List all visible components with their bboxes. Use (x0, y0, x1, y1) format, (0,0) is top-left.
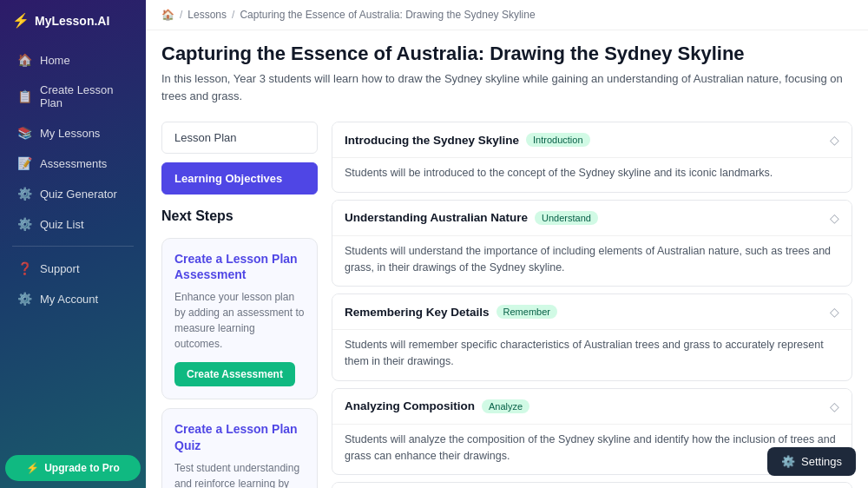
sidebar-item-label: Assessments (40, 157, 107, 170)
objective-header-obj-5[interactable]: Evaluating Individual DrawingsEvaluate◇ (332, 483, 852, 488)
learning-objectives-nav-button[interactable]: Learning Objectives (161, 162, 318, 195)
objective-badge-obj-3: Remember (496, 305, 557, 319)
upgrade-label: Upgrade to Pro (44, 462, 120, 474)
content-area: Lesson Plan Learning Objectives Next Ste… (146, 113, 868, 488)
objectives-panel: Introducing the Sydney SkylineIntroducti… (332, 113, 852, 488)
sidebar-item-assessments[interactable]: 📝 Assessments (5, 148, 141, 178)
sidebar-logo: ⚡ MyLesson.AI (0, 0, 146, 41)
sidebar-item-create-lesson-plan[interactable]: 📋 Create Lesson Plan (5, 76, 141, 117)
my-lessons-icon: 📚 (17, 126, 32, 140)
sidebar-item-label: Support (40, 262, 80, 275)
settings-button[interactable]: ⚙️ Settings (767, 447, 856, 476)
create-quiz-card-title: Create a Lesson Plan Quiz (174, 421, 305, 452)
create-lesson-plan-icon: 📋 (17, 89, 32, 103)
breadcrumb-current: Capturing the Essence of Australia: Draw… (240, 9, 535, 21)
objective-header-obj-4[interactable]: Analyzing CompositionAnalyze◇ (332, 389, 852, 424)
breadcrumb-lessons[interactable]: Lessons (187, 9, 227, 21)
left-panel: Lesson Plan Learning Objectives Next Ste… (161, 113, 318, 488)
objective-title-obj-4: Analyzing CompositionAnalyze (345, 399, 529, 413)
next-steps-title: Next Steps (161, 208, 318, 224)
sidebar-item-quiz-generator[interactable]: ⚙️ Quiz Generator (5, 179, 141, 208)
upgrade-button[interactable]: ⚡ Upgrade to Pro (5, 455, 141, 481)
diamond-icon: ◇ (830, 211, 839, 225)
sidebar-item-label: Create Lesson Plan (40, 83, 128, 109)
main-content: 🏠 / Lessons / Capturing the Essence of A… (146, 0, 868, 488)
objective-header-obj-2[interactable]: Understanding Australian NatureUnderstan… (332, 201, 852, 235)
create-assessment-card: Create a Lesson Plan Assessment Enhance … (161, 238, 318, 399)
lesson-plan-nav-button[interactable]: Lesson Plan (161, 122, 318, 154)
sidebar-item-home[interactable]: 🏠 Home (5, 45, 141, 75)
my-account-icon: ⚙️ (17, 292, 32, 306)
sidebar-item-my-lessons[interactable]: 📚 My Lessons (5, 118, 141, 148)
objective-desc-obj-1: Students will be introduced to the conce… (332, 157, 852, 192)
quiz-list-icon: ⚙️ (17, 217, 32, 231)
objective-badge-obj-1: Introduction (526, 133, 589, 147)
objective-header-obj-3[interactable]: Remembering Key DetailsRemember◇ (332, 294, 852, 329)
objective-item-obj-2: Understanding Australian NatureUnderstan… (332, 200, 852, 287)
page-header: Capturing the Essence of Australia: Draw… (146, 30, 868, 113)
objective-desc-obj-3: Students will remember specific characte… (332, 329, 852, 380)
objective-item-obj-5: Evaluating Individual DrawingsEvaluate◇S… (332, 482, 852, 488)
sidebar-item-label: Home (40, 54, 70, 67)
sidebar-divider (12, 246, 134, 247)
create-quiz-card-desc: Test student understanding and reinforce… (174, 460, 305, 488)
create-assessment-card-title: Create a Lesson Plan Assessment (174, 251, 305, 282)
assessments-icon: 📝 (17, 156, 32, 170)
diamond-icon: ◇ (830, 133, 839, 147)
sidebar-item-label: Quiz List (40, 218, 84, 231)
logo-icon: ⚡ (12, 12, 30, 29)
logo-text: MyLesson.AI (35, 14, 109, 28)
objective-badge-obj-2: Understand (535, 211, 598, 225)
sidebar-bottom: ⚡ Upgrade to Pro (0, 448, 146, 488)
sidebar-item-quiz-list[interactable]: ⚙️ Quiz List (5, 209, 141, 239)
objective-item-obj-1: Introducing the Sydney SkylineIntroducti… (332, 122, 852, 193)
objective-title-obj-2: Understanding Australian NatureUnderstan… (345, 211, 598, 225)
breadcrumb-home-icon: 🏠 (161, 9, 174, 21)
sidebar-item-label: My Lessons (40, 127, 100, 140)
diamond-icon: ◇ (830, 305, 839, 319)
sidebar-nav: 🏠 Home 📋 Create Lesson Plan 📚 My Lessons… (0, 41, 146, 448)
objective-title-obj-3: Remembering Key DetailsRemember (345, 305, 557, 319)
settings-label: Settings (801, 455, 842, 468)
upgrade-icon: ⚡ (26, 462, 39, 474)
home-icon: 🏠 (17, 53, 32, 67)
objective-header-obj-1[interactable]: Introducing the Sydney SkylineIntroducti… (332, 122, 852, 157)
page-description: In this lesson, Year 3 students will lea… (161, 70, 852, 104)
objective-badge-obj-4: Analyze (482, 399, 529, 413)
sidebar-item-label: My Account (40, 293, 98, 306)
diamond-icon: ◇ (830, 399, 839, 413)
sidebar-item-support[interactable]: ❓ Support (5, 254, 141, 283)
sidebar: ⚡ MyLesson.AI 🏠 Home 📋 Create Lesson Pla… (0, 0, 146, 488)
quiz-generator-icon: ⚙️ (17, 187, 32, 201)
objective-desc-obj-2: Students will understand the importance … (332, 235, 852, 287)
create-quiz-card: Create a Lesson Plan Quiz Test student u… (161, 408, 318, 488)
page-title: Capturing the Essence of Australia: Draw… (161, 43, 852, 65)
sidebar-item-label: Quiz Generator (40, 188, 117, 201)
create-assessment-button[interactable]: Create Assessment (174, 362, 295, 386)
support-icon: ❓ (17, 261, 32, 275)
objective-title-obj-1: Introducing the Sydney SkylineIntroducti… (345, 133, 590, 147)
objective-item-obj-3: Remembering Key DetailsRemember◇Students… (332, 293, 852, 381)
sidebar-item-my-account[interactable]: ⚙️ My Account (5, 284, 141, 313)
breadcrumb: 🏠 / Lessons / Capturing the Essence of A… (146, 0, 868, 30)
create-assessment-card-desc: Enhance your lesson plan by adding an as… (174, 289, 305, 352)
settings-icon: ⚙️ (781, 455, 795, 468)
